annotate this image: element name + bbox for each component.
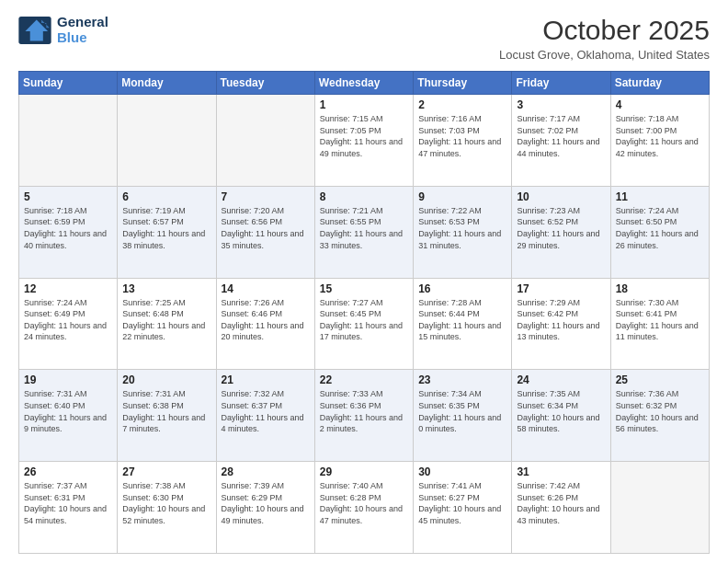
day-number: 15: [320, 282, 408, 295]
day-number: 8: [320, 190, 408, 203]
day-number: 24: [517, 373, 605, 386]
day-number: 7: [222, 190, 310, 203]
day-number: 20: [122, 373, 210, 386]
day-info: Sunrise: 7:34 AM Sunset: 6:35 PM Dayligh…: [418, 388, 506, 434]
day-number: 17: [517, 282, 605, 295]
day-info: Sunrise: 7:28 AM Sunset: 6:44 PM Dayligh…: [418, 297, 506, 343]
day-info: Sunrise: 7:19 AM Sunset: 6:57 PM Dayligh…: [122, 205, 210, 251]
day-number: 18: [616, 282, 704, 295]
cell-w1-d4: 1Sunrise: 7:15 AM Sunset: 7:05 PM Daylig…: [314, 95, 413, 187]
cell-w5-d5: 30Sunrise: 7:41 AM Sunset: 6:27 PM Dayli…: [414, 462, 512, 554]
day-info: Sunrise: 7:23 AM Sunset: 6:52 PM Dayligh…: [517, 205, 605, 251]
week-row-3: 12Sunrise: 7:24 AM Sunset: 6:49 PM Dayli…: [19, 278, 710, 370]
col-tuesday: Tuesday: [216, 72, 314, 95]
day-info: Sunrise: 7:31 AM Sunset: 6:40 PM Dayligh…: [24, 388, 112, 434]
day-number: 11: [616, 190, 704, 203]
cell-w3-d4: 15Sunrise: 7:27 AM Sunset: 6:45 PM Dayli…: [314, 278, 413, 370]
cell-w4-d4: 22Sunrise: 7:33 AM Sunset: 6:36 PM Dayli…: [314, 370, 413, 462]
cell-w3-d1: 12Sunrise: 7:24 AM Sunset: 6:49 PM Dayli…: [19, 278, 118, 370]
cell-w5-d2: 27Sunrise: 7:38 AM Sunset: 6:30 PM Dayli…: [118, 462, 216, 554]
day-info: Sunrise: 7:42 AM Sunset: 6:26 PM Dayligh…: [517, 480, 605, 526]
day-number: 12: [24, 282, 112, 295]
logo-line2: Blue: [57, 30, 108, 46]
cell-w5-d3: 28Sunrise: 7:39 AM Sunset: 6:29 PM Dayli…: [216, 462, 314, 554]
day-number: 3: [517, 98, 605, 111]
day-number: 5: [24, 190, 112, 203]
day-info: Sunrise: 7:36 AM Sunset: 6:32 PM Dayligh…: [616, 388, 704, 434]
day-number: 6: [122, 190, 210, 203]
day-number: 1: [320, 98, 408, 111]
cell-w4-d3: 21Sunrise: 7:32 AM Sunset: 6:37 PM Dayli…: [216, 370, 314, 462]
cell-w2-d6: 10Sunrise: 7:23 AM Sunset: 6:52 PM Dayli…: [512, 186, 610, 278]
day-info: Sunrise: 7:17 AM Sunset: 7:02 PM Dayligh…: [517, 113, 605, 159]
cell-w4-d1: 19Sunrise: 7:31 AM Sunset: 6:40 PM Dayli…: [19, 370, 118, 462]
day-number: 21: [222, 373, 310, 386]
day-info: Sunrise: 7:20 AM Sunset: 6:56 PM Dayligh…: [222, 205, 310, 251]
header: General Blue October 2025 Locust Grove, …: [18, 15, 710, 62]
day-number: 28: [222, 465, 310, 478]
cell-w1-d5: 2Sunrise: 7:16 AM Sunset: 7:03 PM Daylig…: [414, 95, 512, 187]
cell-w4-d5: 23Sunrise: 7:34 AM Sunset: 6:35 PM Dayli…: [414, 370, 512, 462]
day-info: Sunrise: 7:24 AM Sunset: 6:50 PM Dayligh…: [616, 205, 704, 251]
cell-w3-d3: 14Sunrise: 7:26 AM Sunset: 6:46 PM Dayli…: [216, 278, 314, 370]
week-row-5: 26Sunrise: 7:37 AM Sunset: 6:31 PM Dayli…: [19, 462, 710, 554]
day-info: Sunrise: 7:30 AM Sunset: 6:41 PM Dayligh…: [616, 297, 704, 343]
col-sunday: Sunday: [19, 72, 118, 95]
day-info: Sunrise: 7:16 AM Sunset: 7:03 PM Dayligh…: [418, 113, 506, 159]
day-number: 19: [24, 373, 112, 386]
week-row-1: 1Sunrise: 7:15 AM Sunset: 7:05 PM Daylig…: [19, 95, 710, 187]
week-row-4: 19Sunrise: 7:31 AM Sunset: 6:40 PM Dayli…: [19, 370, 710, 462]
page: General Blue October 2025 Locust Grove, …: [0, 0, 728, 563]
day-info: Sunrise: 7:27 AM Sunset: 6:45 PM Dayligh…: [320, 297, 408, 343]
calendar-body: 1Sunrise: 7:15 AM Sunset: 7:05 PM Daylig…: [19, 95, 710, 554]
col-wednesday: Wednesday: [314, 72, 413, 95]
day-info: Sunrise: 7:40 AM Sunset: 6:28 PM Dayligh…: [320, 480, 408, 526]
day-info: Sunrise: 7:18 AM Sunset: 7:00 PM Dayligh…: [616, 113, 704, 159]
logo-line1: General: [57, 15, 108, 30]
day-info: Sunrise: 7:24 AM Sunset: 6:49 PM Dayligh…: [24, 297, 112, 343]
day-info: Sunrise: 7:25 AM Sunset: 6:48 PM Dayligh…: [122, 297, 210, 343]
cell-w3-d2: 13Sunrise: 7:25 AM Sunset: 6:48 PM Dayli…: [118, 278, 216, 370]
week-row-2: 5Sunrise: 7:18 AM Sunset: 6:59 PM Daylig…: [19, 186, 710, 278]
day-info: Sunrise: 7:18 AM Sunset: 6:59 PM Dayligh…: [24, 205, 112, 251]
cell-w2-d4: 8Sunrise: 7:21 AM Sunset: 6:55 PM Daylig…: [314, 186, 413, 278]
day-info: Sunrise: 7:33 AM Sunset: 6:36 PM Dayligh…: [320, 388, 408, 434]
cell-w2-d7: 11Sunrise: 7:24 AM Sunset: 6:50 PM Dayli…: [610, 186, 709, 278]
day-info: Sunrise: 7:37 AM Sunset: 6:31 PM Dayligh…: [24, 480, 112, 526]
calendar-table: Sunday Monday Tuesday Wednesday Thursday…: [18, 71, 710, 554]
day-number: 26: [24, 465, 112, 478]
day-info: Sunrise: 7:39 AM Sunset: 6:29 PM Dayligh…: [222, 480, 310, 526]
cell-w1-d7: 4Sunrise: 7:18 AM Sunset: 7:00 PM Daylig…: [610, 95, 709, 187]
cell-w2-d2: 6Sunrise: 7:19 AM Sunset: 6:57 PM Daylig…: [118, 186, 216, 278]
cell-w4-d7: 25Sunrise: 7:36 AM Sunset: 6:32 PM Dayli…: [610, 370, 709, 462]
day-number: 16: [418, 282, 506, 295]
day-number: 31: [517, 465, 605, 478]
day-number: 10: [517, 190, 605, 203]
col-friday: Friday: [512, 72, 610, 95]
day-number: 2: [418, 98, 506, 111]
location: Locust Grove, Oklahoma, United States: [499, 48, 710, 62]
day-number: 30: [418, 465, 506, 478]
day-number: 13: [122, 282, 210, 295]
day-info: Sunrise: 7:15 AM Sunset: 7:05 PM Dayligh…: [320, 113, 408, 159]
cell-w2-d5: 9Sunrise: 7:22 AM Sunset: 6:53 PM Daylig…: [414, 186, 512, 278]
logo-icon: [18, 17, 51, 44]
col-monday: Monday: [118, 72, 216, 95]
cell-w5-d7: [610, 462, 709, 554]
day-number: 25: [616, 373, 704, 386]
day-number: 9: [418, 190, 506, 203]
calendar-header-row: Sunday Monday Tuesday Wednesday Thursday…: [19, 72, 710, 95]
day-number: 4: [616, 98, 704, 111]
day-number: 23: [418, 373, 506, 386]
day-info: Sunrise: 7:22 AM Sunset: 6:53 PM Dayligh…: [418, 205, 506, 251]
day-number: 27: [122, 465, 210, 478]
day-info: Sunrise: 7:29 AM Sunset: 6:42 PM Dayligh…: [517, 297, 605, 343]
col-saturday: Saturday: [610, 72, 709, 95]
cell-w5-d1: 26Sunrise: 7:37 AM Sunset: 6:31 PM Dayli…: [19, 462, 118, 554]
day-info: Sunrise: 7:21 AM Sunset: 6:55 PM Dayligh…: [320, 205, 408, 251]
day-number: 14: [222, 282, 310, 295]
day-info: Sunrise: 7:38 AM Sunset: 6:30 PM Dayligh…: [122, 480, 210, 526]
month-title: October 2025: [499, 15, 710, 46]
cell-w2-d1: 5Sunrise: 7:18 AM Sunset: 6:59 PM Daylig…: [19, 186, 118, 278]
cell-w5-d4: 29Sunrise: 7:40 AM Sunset: 6:28 PM Dayli…: [314, 462, 413, 554]
